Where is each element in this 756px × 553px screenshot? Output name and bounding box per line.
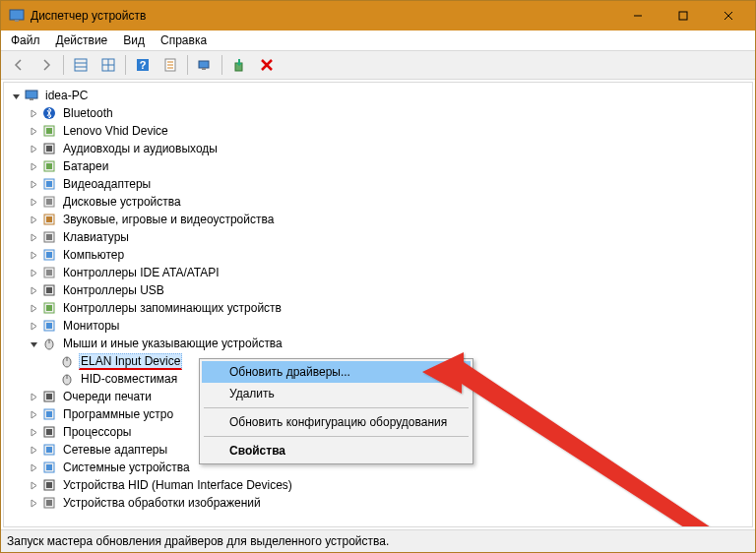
toolbar-separator <box>221 55 222 75</box>
computer-icon <box>24 88 39 103</box>
expander-icon[interactable] <box>28 267 39 278</box>
tree-category[interactable]: Звуковые, игровые и видеоустройства <box>28 211 750 228</box>
tree-category[interactable]: Контроллеры USB <box>28 281 750 299</box>
tree-category[interactable]: Видеоадаптеры <box>28 175 750 193</box>
expander-icon[interactable] <box>28 214 39 225</box>
tree-category[interactable]: Клавиатуры <box>28 228 750 246</box>
expander-icon[interactable] <box>28 302 39 314</box>
node-label: Устройства HID (Human Interface Devices) <box>61 478 294 492</box>
node-label: Видеоадаптеры <box>61 177 153 191</box>
mouse-icon <box>59 371 75 387</box>
help-button[interactable]: ? <box>130 52 156 78</box>
node-label: Контроллеры USB <box>61 283 166 297</box>
expander-icon[interactable] <box>28 231 39 243</box>
tree-category[interactable]: Bluetooth <box>28 104 750 122</box>
svg-rect-39 <box>46 234 52 240</box>
expander-icon[interactable] <box>28 249 39 261</box>
app-icon <box>9 8 25 24</box>
expander-icon[interactable] <box>28 107 39 119</box>
context-menu-item[interactable]: Свойства <box>202 440 471 461</box>
close-button[interactable] <box>706 1 751 31</box>
menu-file[interactable]: Файл <box>3 31 48 49</box>
context-menu-item[interactable]: Обновить конфигурацию оборудования <box>202 411 471 433</box>
maximize-button[interactable] <box>661 1 706 31</box>
scan-hardware-button[interactable] <box>192 52 218 78</box>
tree-root[interactable]: idea-PC <box>10 87 750 104</box>
svg-rect-18 <box>199 61 209 68</box>
menu-action[interactable]: Действие <box>48 31 116 49</box>
mouse-icon <box>41 336 57 351</box>
expander-icon[interactable] <box>28 497 39 509</box>
expander-icon[interactable] <box>28 160 39 172</box>
status-text: Запуск мастера обновления драйверов для … <box>7 534 389 548</box>
minimize-button[interactable] <box>615 1 661 31</box>
svg-rect-69 <box>46 500 52 506</box>
context-menu: Обновить драйверы...УдалитьОбновить конф… <box>199 358 473 464</box>
expander-icon[interactable] <box>28 426 39 438</box>
sound-icon <box>41 212 57 227</box>
menu-view[interactable]: Вид <box>115 31 153 49</box>
tree-category[interactable]: Компьютер <box>28 246 750 264</box>
svg-rect-67 <box>46 482 52 488</box>
node-label: Lenovo Vhid Device <box>61 124 170 138</box>
context-menu-item[interactable]: Удалить <box>202 383 471 404</box>
node-label: idea-PC <box>43 89 90 102</box>
properties-button[interactable] <box>158 52 183 78</box>
tree-category[interactable]: Устройства обработки изображений <box>28 494 750 512</box>
toolbar: ? <box>1 51 755 80</box>
generic-icon <box>41 123 57 139</box>
update-driver-button[interactable] <box>226 52 252 78</box>
svg-rect-0 <box>10 10 24 20</box>
node-label: Системные устройства <box>61 461 192 474</box>
system-icon <box>41 460 57 475</box>
tree-category[interactable]: Контроллеры IDE ATA/ATAPI <box>28 264 750 281</box>
svg-rect-27 <box>46 128 52 134</box>
expander-icon[interactable] <box>28 284 39 296</box>
tree-category[interactable]: Устройства HID (Human Interface Devices) <box>28 476 750 494</box>
tree-category[interactable]: Lenovo Vhid Device <box>28 122 750 140</box>
storage-icon <box>41 300 57 316</box>
svg-rect-19 <box>202 68 206 70</box>
expander-icon[interactable] <box>28 125 39 137</box>
expander-icon[interactable] <box>28 178 39 190</box>
tree-content[interactable]: idea-PCBluetoothLenovo Vhid DeviceАудиов… <box>3 82 753 527</box>
menu-help[interactable]: Справка <box>153 31 215 49</box>
tree-category[interactable]: Дисковые устройства <box>28 193 750 211</box>
svg-rect-6 <box>75 59 87 71</box>
node-label: Контроллеры IDE ATA/ATAPI <box>61 266 221 279</box>
menubar: Файл Действие Вид Справка <box>1 31 755 51</box>
tree-category[interactable]: Аудиовходы и аудиовыходы <box>28 140 750 157</box>
cpu-icon <box>41 424 57 440</box>
computer-icon <box>41 247 57 263</box>
menu-separator <box>204 436 469 437</box>
uninstall-button[interactable] <box>254 52 280 78</box>
view-list-button[interactable] <box>68 52 94 78</box>
node-label: Звуковые, игровые и видеоустройства <box>61 213 276 226</box>
expander-icon[interactable] <box>10 90 22 101</box>
context-menu-item[interactable]: Обновить драйверы... <box>202 361 471 383</box>
svg-rect-65 <box>46 464 52 470</box>
expander-icon[interactable] <box>28 320 39 332</box>
expander-icon[interactable] <box>28 479 39 491</box>
expander-icon[interactable] <box>28 444 39 456</box>
usb-icon <box>41 282 57 298</box>
node-label: Очереди печати <box>61 390 154 403</box>
expander-icon[interactable] <box>28 461 39 473</box>
expander-icon[interactable] <box>28 143 39 154</box>
tree-category[interactable]: Батареи <box>28 157 750 175</box>
tree-category[interactable]: Мониторы <box>28 317 750 335</box>
expander-icon[interactable] <box>28 196 39 208</box>
tree-category[interactable]: Контроллеры запоминающих устройств <box>28 299 750 317</box>
disk-icon <box>41 194 57 210</box>
forward-button <box>33 52 59 78</box>
svg-rect-35 <box>46 199 52 205</box>
tree-category[interactable]: Мыши и иные указывающие устройства <box>28 335 750 352</box>
expander-icon[interactable] <box>28 391 39 402</box>
node-label: Мыши и иные указывающие устройства <box>61 337 284 350</box>
svg-text:?: ? <box>140 59 147 71</box>
expander-icon[interactable] <box>28 408 39 420</box>
svg-rect-57 <box>46 394 52 399</box>
view-details-button[interactable] <box>95 52 121 78</box>
expander-icon[interactable] <box>28 338 39 349</box>
svg-rect-49 <box>46 323 52 329</box>
